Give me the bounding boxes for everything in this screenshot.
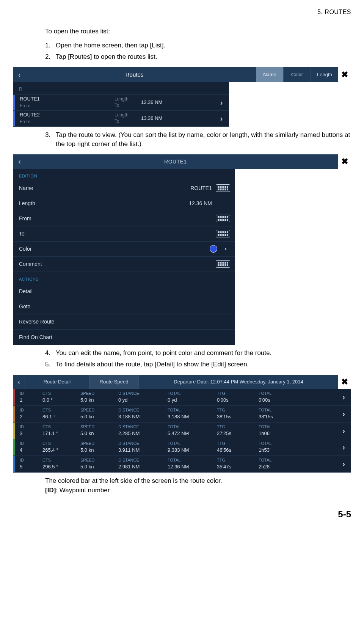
route-title: ROUTE1 (164, 158, 187, 165)
length-value: 12.36 NM (80, 199, 230, 207)
back-icon[interactable]: ‹ (13, 375, 25, 389)
goto-action[interactable]: Goto (13, 299, 235, 314)
to-label: To (115, 118, 141, 125)
route-detail-screenshot: ‹ Route Detail Route Speed Departure Dat… (13, 375, 351, 473)
footer-line: The colored bar at the left side of the … (45, 476, 351, 486)
section-letter: R (13, 82, 229, 94)
page-number: 5-5 (13, 508, 351, 521)
keyboard-icon[interactable] (216, 230, 230, 237)
length-row: Length 12.36 NM (13, 196, 235, 211)
chevron-right-icon[interactable]: › (214, 95, 229, 110)
step-text: Open the home screen, then tap [List]. (56, 41, 351, 50)
route-from-label: From (20, 119, 115, 125)
to-label: To (115, 102, 141, 109)
route-name: ROUTE2 (20, 112, 115, 119)
route-speed-button[interactable]: Route Speed (89, 375, 139, 389)
keyboard-icon[interactable] (216, 215, 230, 222)
color-row[interactable]: Color › (13, 242, 235, 257)
chevron-right-icon[interactable]: › (300, 439, 351, 456)
waypoint-row[interactable]: ID3CTS171.1 °SPEED5.0 knDISTANCE2.285 NM… (13, 423, 351, 439)
waypoint-row[interactable]: ID1CTS0.0 °SPEED5.0 knDISTANCE0 ydTOTAL0… (13, 389, 351, 406)
route-row[interactable]: ROUTE1 From Length To 12.36 NM › (13, 95, 229, 111)
keyboard-icon[interactable] (216, 184, 230, 192)
comment-row[interactable]: Comment (13, 257, 235, 272)
chevron-right-icon[interactable]: › (300, 423, 351, 439)
color-label: Color (19, 245, 80, 253)
step-text: You can edit the name, from point, to po… (56, 349, 351, 358)
step-number: 3. (45, 130, 56, 149)
step-text: Tap [Routes] to open the routes list. (56, 52, 351, 62)
step-number: 4. (45, 349, 56, 358)
footer-id-line: [ID]: Waypoint number (45, 486, 351, 495)
step-number: 5. (45, 360, 56, 369)
name-label: Name (19, 184, 80, 192)
find-on-chart-action[interactable]: Find On Chart (13, 330, 235, 345)
close-icon[interactable]: ✖ (338, 154, 351, 169)
route-length: 13.36 NM (141, 115, 214, 122)
intro-text: To open the routes list: (45, 27, 351, 36)
step-number: 1. (45, 41, 56, 50)
route-from-label: From (20, 103, 115, 109)
edition-section: EDITION (13, 169, 235, 181)
comment-label: Comment (19, 260, 80, 268)
length-label: Length (115, 96, 141, 102)
keyboard-icon[interactable] (216, 260, 230, 268)
route-edit-screenshot: ‹ ROUTE1 ✖ EDITION Name ROUTE1 Length 12… (13, 154, 351, 345)
chevron-right-icon[interactable]: › (300, 456, 351, 472)
chevron-right-icon[interactable]: › (214, 111, 229, 126)
length-label: Length (19, 199, 80, 207)
waypoint-row[interactable]: ID2CTS86.1 °SPEED5.0 knDISTANCE3.188 NMT… (13, 406, 351, 423)
actions-section: ACTIONS (13, 272, 235, 284)
sort-name-button[interactable]: Name (256, 67, 284, 82)
to-row[interactable]: To (13, 226, 235, 242)
chapter-header: 5. ROUTES (13, 8, 351, 16)
sort-length-button[interactable]: Length (311, 67, 338, 82)
back-icon[interactable]: ‹ (18, 156, 21, 167)
route-row[interactable]: ROUTE2 From Length To 13.36 NM › (13, 111, 229, 127)
waypoint-row[interactable]: ID5CTS296.5 °SPEED5.0 knDISTANCE2.981 NM… (13, 456, 351, 473)
length-label: Length (115, 112, 141, 118)
route-detail-title: Route Detail (25, 375, 89, 389)
close-icon[interactable]: ✖ (338, 375, 351, 389)
step-number: 2. (45, 52, 56, 62)
detail-action[interactable]: Detail (13, 284, 235, 299)
step-text: To find details about the route, tap [De… (56, 360, 351, 369)
sort-color-button[interactable]: Color (284, 67, 311, 82)
back-icon[interactable]: ‹ (18, 69, 21, 80)
name-value: ROUTE1 (80, 184, 216, 192)
color-swatch (210, 245, 217, 253)
from-row[interactable]: From (13, 211, 235, 226)
close-icon[interactable]: ✖ (338, 67, 351, 82)
from-label: From (19, 215, 80, 222)
routes-list-screenshot: ‹ Routes Name Color Length ✖ R ROUTE1 Fr… (13, 67, 351, 126)
waypoint-row[interactable]: ID4CTS265.4 °SPEED5.0 knDISTANCE3.911 NM… (13, 439, 351, 456)
routes-title: Routes (126, 71, 144, 79)
step-text: Tap the route to view. (You can sort the… (56, 130, 351, 149)
chevron-right-icon[interactable]: › (300, 406, 351, 422)
route-length: 12.36 NM (141, 99, 214, 106)
chevron-right-icon[interactable]: › (300, 389, 351, 405)
reverse-action[interactable]: Reverse Route (13, 314, 235, 330)
departure-date[interactable]: Departure Date: 12:07:44 PM Wednesday, J… (139, 375, 338, 389)
name-row[interactable]: Name ROUTE1 (13, 181, 235, 196)
chevron-right-icon[interactable]: › (221, 244, 230, 254)
to-label: To (19, 230, 80, 237)
route-name: ROUTE1 (20, 96, 115, 103)
